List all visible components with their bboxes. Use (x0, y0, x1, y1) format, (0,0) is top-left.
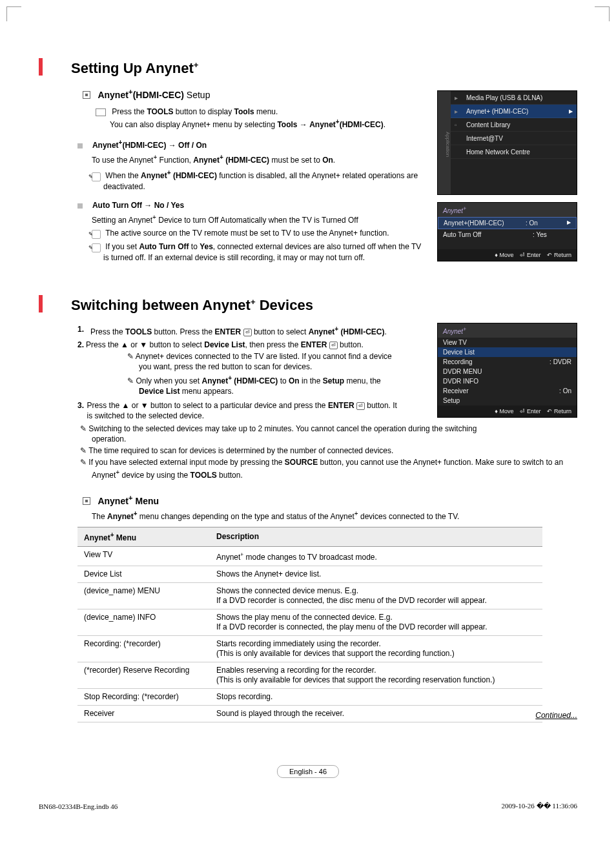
i2b: Tools (277, 120, 297, 129)
sa1a: To use the Anynet (92, 156, 153, 165)
post-note3: ✎ If you have selected external input mo… (92, 457, 577, 480)
table-cell-desc: Stops recording. (210, 688, 542, 705)
step-num-1: 1. (77, 324, 90, 337)
osd1r2: Anynet+ (HDMI-CEC) (466, 108, 528, 115)
chevron-right-icon: ▶ (567, 220, 571, 227)
return-hint: ↶ Return (547, 252, 571, 258)
move-hint: ♦ Move (495, 252, 513, 258)
table-cell-menu: (device_name) INFO (77, 609, 210, 635)
post-note1: ✎ Switching to the selected devices may … (92, 424, 479, 444)
osd2-footer: ♦ Move ⏎ Enter ↶ Return (438, 249, 577, 261)
sa1c: Anynet (193, 156, 220, 165)
s2a: Press the ▲ or ▼ button to select (86, 340, 204, 349)
osd2-row-hdmi[interactable]: Anynet+(HDMI-CEC): On▶ (438, 217, 577, 229)
o3r3v: : DVDR (549, 358, 571, 365)
heading-setup-text: Setting Up Anynet (71, 60, 194, 76)
note-icon: ✎ (92, 172, 101, 181)
osd3-row-recording[interactable]: Recording: DVDR (438, 357, 577, 367)
s2n2e: On (289, 376, 300, 385)
sa1d: (HDMI-CEC) (223, 156, 269, 165)
s1e: button to select (252, 327, 309, 336)
enter-icon: ⏎ (243, 329, 252, 336)
sb-t: Auto Turn Off → No / Yes (92, 201, 184, 210)
step-num-3: 3. (77, 400, 87, 421)
table-cell-desc: Shows the connected device menus. E.g.If… (210, 582, 542, 609)
table-cell-desc: Sound is played through the receiver. (210, 705, 542, 722)
sbn2c: to (189, 242, 200, 251)
san1c: (HDMI-CEC) (171, 171, 217, 180)
table-cell-menu: (*recorder) Reserve Recording (77, 662, 210, 688)
sa1g: . (333, 156, 335, 165)
heading-setup: Setting Up Anynet+ (39, 58, 577, 76)
osd2-row-auto[interactable]: Auto Turn Off: Yes (438, 229, 577, 240)
s2n2a: Only when you set (136, 376, 201, 385)
osd1-side-label: Application (438, 91, 451, 194)
sub1-a: Anynet (98, 90, 128, 100)
table-cell-menu: Receiver (77, 705, 210, 722)
osd1-row-media[interactable]: ▸Media Play (USB & DLNA) (451, 91, 577, 105)
s2d: ENTER (301, 340, 327, 349)
osd1r1: Media Play (USB & DLNA) (466, 94, 542, 101)
anynet-menu-table: Anynet+ Menu Description View TVAnynet+ … (77, 527, 542, 722)
grey-square-icon (77, 203, 83, 209)
osd3-row-view[interactable]: View TV (438, 338, 577, 347)
s1a: Press the (90, 327, 125, 336)
osd3-row-dvdrinfo[interactable]: DVDR INFO (438, 376, 577, 386)
anynet-icon: ▸ (455, 108, 466, 115)
s1f: Anynet (309, 327, 335, 336)
sb-line1: Setting an Anynet+ Device to turn Off Au… (92, 212, 415, 225)
footer-left: BN68-02334B-Eng.indb 46 (39, 803, 118, 810)
grey-square-icon (77, 143, 83, 148)
h1b-a: Switching between Anynet (71, 297, 251, 313)
bullet-auto-turnoff: Auto Turn Off → No / Yes (77, 201, 400, 210)
sub1-b: (HDMI-CEC) (133, 90, 184, 100)
enter-icon: ⏎ (329, 342, 338, 349)
s2n2i: Device List (139, 387, 180, 396)
s2n2d: to (278, 376, 289, 385)
i2e: (HDMI-CEC) (340, 120, 384, 129)
i2a: You can also display Anynet+ menu by sel… (110, 120, 277, 129)
mid: devices connected to the TV. (358, 512, 460, 521)
osd-anynet-device-menu: Anynet+ View TV Device List Recording: D… (437, 323, 577, 418)
osd3-row-setup[interactable]: Setup (438, 396, 577, 405)
osd1-row-internet[interactable]: Internet@TV (451, 132, 577, 145)
table-cell-menu: Stop Recording: (*recorder) (77, 688, 210, 705)
sbn2d: Yes (200, 242, 213, 251)
osd3-row-devicelist[interactable]: Device List (438, 347, 577, 357)
mic: menu changes depending on the type and s… (138, 512, 354, 521)
sa-note1: ✎ When the Anynet+ (HDMI-CEC) function i… (103, 168, 426, 192)
mssup: + (128, 493, 133, 502)
note-icon: ✎ (92, 243, 101, 252)
san1a: When the (105, 171, 141, 180)
osd1-row-anynet[interactable]: ▸Anynet+ (HDMI-CEC)▶ (451, 105, 577, 118)
square-bullet-icon (83, 497, 90, 505)
page-number: English - 46 (277, 765, 339, 778)
sbn2b: Auto Turn Off (139, 242, 189, 251)
osd3-row-receiver[interactable]: Receiver: On (438, 386, 577, 396)
osd2-header: Anynet+ (438, 203, 577, 217)
s2n2g: Setup (323, 376, 344, 385)
o2f3: Return (554, 252, 571, 258)
table-row: View TVAnynet+ mode changes to TV broadc… (77, 546, 542, 566)
mia: The (92, 512, 107, 521)
enter-hint: ⏎ Enter (520, 252, 540, 258)
note-icon: ✎ (92, 230, 101, 239)
sb-note1: ✎ The active source on the TV remote mus… (103, 228, 426, 239)
step-3: 3. Press the ▲ or ▼ button to select to … (77, 400, 400, 421)
s1c: button. Press the (152, 327, 214, 336)
osd1-row-content[interactable]: ▫Content Library (451, 118, 577, 132)
sa-line1: To use the Anynet+ Function, Anynet+ (HD… (92, 152, 415, 165)
bullet-hdmi-offon: Anynet+(HDMI-CEC) → Off / On (77, 139, 400, 150)
step-1: 1. Press the TOOLS button. Press the ENT… (77, 324, 400, 337)
s2n1: Anynet+ devices connected to the TV are … (136, 352, 392, 371)
o2b: Anynet (443, 207, 463, 214)
crop-mark-tl (6, 6, 21, 21)
o2f2: Enter (527, 252, 541, 258)
osd3-row-dvdrmenu[interactable]: DVDR MENU (438, 367, 577, 376)
th-menu: Anynet+ Menu (77, 527, 210, 546)
i1c: button to display (174, 107, 234, 116)
osd-application-menu: Application ▸Media Play (USB & DLNA) ▸An… (437, 90, 577, 195)
o2bs: + (463, 205, 466, 212)
osd1-row-home[interactable]: Home Network Centre (451, 145, 577, 159)
sbn1: The active source on the TV remote must … (105, 229, 389, 238)
